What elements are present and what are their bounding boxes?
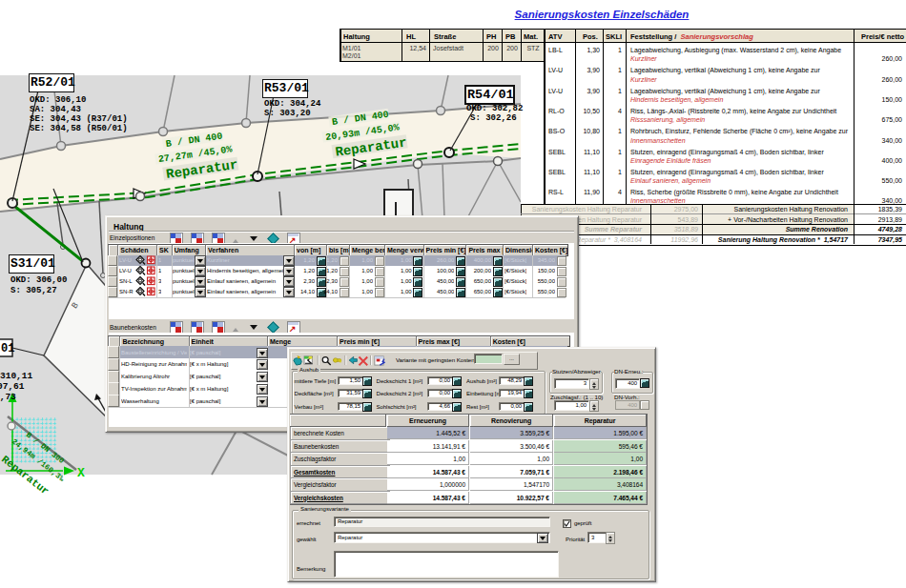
svg-text:07,61: 07,61 (0, 381, 25, 392)
svg-text:7,73: 7,73 (0, 392, 16, 402)
svg-text:310,11: 310,11 (0, 371, 33, 381)
svg-text:X: X (77, 466, 85, 480)
svg-text:01: 01 (1, 342, 14, 355)
